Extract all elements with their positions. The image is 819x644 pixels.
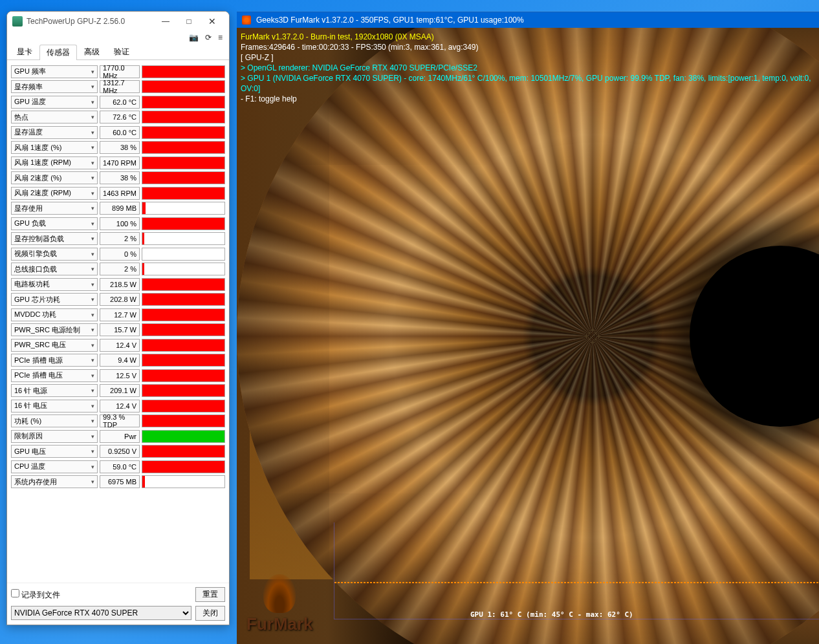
sensor-name-dropdown[interactable]: GPU 频率	[11, 65, 98, 78]
sensor-value[interactable]: 1470 RPM	[100, 156, 140, 169]
sensor-graph[interactable]	[142, 354, 225, 367]
sensor-graph[interactable]	[142, 263, 225, 275]
minimize-button[interactable]: —	[154, 13, 177, 30]
sensor-value[interactable]: 38 %	[100, 141, 140, 154]
sensor-value[interactable]: 12.4 V	[100, 400, 140, 413]
sensor-graph[interactable]	[142, 308, 225, 321]
sensor-name-dropdown[interactable]: 视频引擎负载	[11, 248, 98, 261]
sensor-value[interactable]: 62.0 °C	[100, 96, 140, 109]
sensor-value[interactable]: 38 %	[100, 171, 140, 184]
sensor-value[interactable]: 100 %	[100, 217, 140, 230]
tab-advanced[interactable]: 高级	[77, 44, 107, 59]
sensor-graph[interactable]	[142, 339, 225, 352]
sensor-graph[interactable]	[142, 232, 225, 245]
sensor-name-dropdown[interactable]: 限制原因	[11, 430, 98, 443]
sensor-graph[interactable]	[142, 171, 225, 184]
sensor-value[interactable]: Pwr	[100, 430, 140, 443]
sensor-value[interactable]: 9.4 W	[100, 354, 140, 367]
sensor-value[interactable]: 1312.7 MHz	[100, 80, 140, 93]
sensor-value[interactable]: 15.7 W	[100, 323, 140, 336]
menu-icon[interactable]: ≡	[218, 33, 223, 42]
sensor-graph[interactable]	[142, 156, 225, 169]
tab-validation[interactable]: 验证	[107, 44, 136, 59]
sensor-name-dropdown[interactable]: 风扇 2速度 (%)	[11, 171, 98, 184]
sensor-graph[interactable]	[142, 414, 225, 427]
sensor-graph[interactable]	[142, 460, 225, 473]
sensor-value[interactable]: 209.1 W	[100, 384, 140, 397]
sensor-graph[interactable]	[142, 248, 225, 261]
sensor-name-dropdown[interactable]: 电路板功耗	[11, 278, 98, 291]
sensor-name-dropdown[interactable]: 风扇 1速度 (%)	[11, 141, 98, 154]
sensor-value[interactable]: 1770.0 MHz	[100, 65, 140, 78]
close-button[interactable]: ✕	[201, 13, 224, 30]
sensor-name-dropdown[interactable]: 显存温度	[11, 126, 98, 139]
sensor-value[interactable]: 899 MB	[100, 202, 140, 215]
sensor-name-dropdown[interactable]: GPU 温度	[11, 96, 98, 109]
sensor-graph[interactable]	[142, 323, 225, 336]
furmark-titlebar[interactable]: Geeks3D FurMark v1.37.2.0 - 350FPS, GPU1…	[237, 12, 819, 28]
sensor-graph[interactable]	[142, 278, 225, 291]
sensor-name-dropdown[interactable]: 显存频率	[11, 80, 98, 93]
camera-icon[interactable]: 📷	[189, 33, 199, 42]
sensor-value[interactable]: 0 %	[100, 248, 140, 261]
sensor-name-dropdown[interactable]: PWR_SRC 电源绘制	[11, 323, 98, 336]
sensor-value[interactable]: 12.7 W	[100, 308, 140, 321]
sensor-value[interactable]: 12.5 V	[100, 369, 140, 382]
sensor-value[interactable]: 2 %	[100, 263, 140, 275]
sensor-name-dropdown[interactable]: 系统内存使用	[11, 475, 98, 488]
sensor-value[interactable]: 59.0 °C	[100, 460, 140, 473]
sensor-name-dropdown[interactable]: PCIe 插槽 电源	[11, 354, 98, 367]
sensor-graph[interactable]	[142, 65, 225, 78]
sensor-value[interactable]: 12.4 V	[100, 339, 140, 352]
sensor-value[interactable]: 1463 RPM	[100, 187, 140, 200]
reset-button[interactable]: 重置	[195, 587, 225, 602]
sensor-name-dropdown[interactable]: 热点	[11, 111, 98, 123]
sensor-value[interactable]: 72.6 °C	[100, 111, 140, 123]
sensor-graph[interactable]	[142, 111, 225, 123]
sensor-graph[interactable]	[142, 369, 225, 382]
sensor-name-dropdown[interactable]: 显存使用	[11, 202, 98, 215]
sensor-graph[interactable]	[142, 187, 225, 200]
sensor-name-dropdown[interactable]: PWR_SRC 电压	[11, 339, 98, 352]
log-to-file-checkbox[interactable]: 记录到文件	[11, 589, 60, 601]
sensor-name-dropdown[interactable]: GPU 电压	[11, 445, 98, 458]
gpu-select[interactable]: NVIDIA GeForce RTX 4070 SUPER	[11, 606, 191, 620]
tab-sensors[interactable]: 传感器	[39, 45, 77, 60]
sensor-graph[interactable]	[142, 445, 225, 458]
sensor-graph[interactable]	[142, 141, 225, 154]
close-panel-button[interactable]: 关闭	[195, 606, 225, 621]
sensor-name-dropdown[interactable]: GPU 负载	[11, 217, 98, 230]
maximize-button[interactable]: □	[177, 13, 201, 30]
sensor-graph[interactable]	[142, 475, 225, 488]
sensor-graph[interactable]	[142, 217, 225, 230]
sensor-value[interactable]: 60.0 °C	[100, 126, 140, 139]
sensor-graph[interactable]	[142, 430, 225, 443]
sensor-name-dropdown[interactable]: PCIe 插槽 电压	[11, 369, 98, 382]
sensor-name-dropdown[interactable]: 风扇 1速度 (RPM)	[11, 156, 98, 169]
sensor-graph[interactable]	[142, 400, 225, 413]
sensor-value[interactable]: 6975 MB	[100, 475, 140, 488]
sensor-value[interactable]: 0.9250 V	[100, 445, 140, 458]
sensor-value[interactable]: 2 %	[100, 232, 140, 245]
sensor-graph[interactable]	[142, 80, 225, 93]
sensor-graph[interactable]	[142, 126, 225, 139]
sensor-name-dropdown[interactable]: 功耗 (%)	[11, 414, 98, 427]
sensor-graph[interactable]	[142, 384, 225, 397]
sensor-graph[interactable]	[142, 202, 225, 215]
sensor-name-dropdown[interactable]: 16 针 电源	[11, 384, 98, 397]
sensor-value[interactable]: 218.5 W	[100, 278, 140, 291]
sensor-name-dropdown[interactable]: 显存控制器负载	[11, 232, 98, 245]
gpuz-titlebar[interactable]: TechPowerUp GPU-Z 2.56.0 — □ ✕	[7, 12, 229, 31]
sensor-name-dropdown[interactable]: CPU 温度	[11, 460, 98, 473]
sensor-graph[interactable]	[142, 293, 225, 306]
sensor-name-dropdown[interactable]: 总线接口负载	[11, 263, 98, 275]
sensor-name-dropdown[interactable]: 风扇 2速度 (RPM)	[11, 187, 98, 200]
sensor-value[interactable]: 202.8 W	[100, 293, 140, 306]
sensor-name-dropdown[interactable]: MVDDC 功耗	[11, 308, 98, 321]
tab-graphics-card[interactable]: 显卡	[10, 44, 39, 59]
sensor-value[interactable]: 99.3 % TDP	[100, 414, 140, 427]
sensor-name-dropdown[interactable]: GPU 芯片功耗	[11, 293, 98, 306]
sensor-name-dropdown[interactable]: 16 针 电压	[11, 400, 98, 413]
sensor-graph[interactable]	[142, 96, 225, 109]
refresh-icon[interactable]: ⟳	[205, 33, 212, 42]
